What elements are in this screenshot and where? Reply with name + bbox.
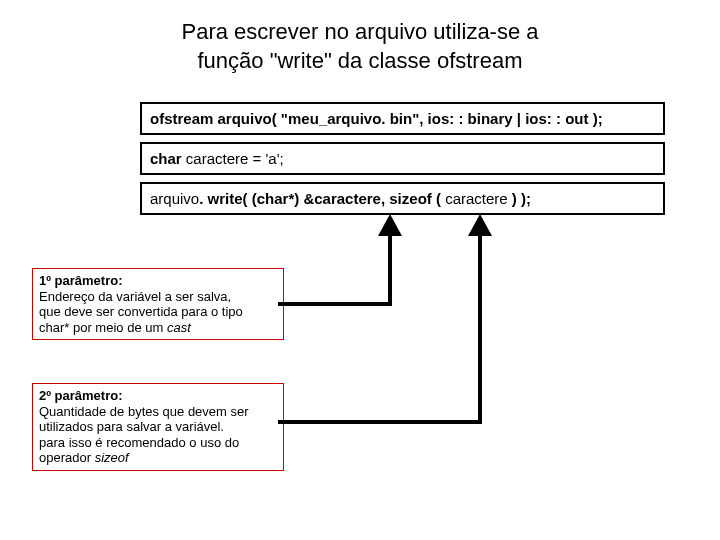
code-row-2: char caractere = 'a'; (140, 142, 665, 175)
note2-heading: 2º parâmetro: (39, 388, 277, 404)
note2-l1: Quantidade de bytes que devem ser (39, 404, 277, 420)
title-line2: função "write" da classe ofstream (198, 48, 523, 73)
note2-l4: operador sizeof (39, 450, 277, 466)
note2-l2: utilizados para salvar a variável. (39, 419, 277, 435)
note1-l1: Endereço da variável a ser salva, (39, 289, 277, 305)
note1-l2: que deve ser convertida para o tipo (39, 304, 277, 320)
code-line3-end: ) ); (508, 190, 531, 207)
code-line2-kw: char (150, 150, 186, 167)
note1-l3: char* por meio de um cast (39, 320, 277, 336)
code-line2-rest: caractere = 'a'; (186, 150, 284, 167)
note-box-2: 2º parâmetro: Quantidade de bytes que de… (32, 383, 284, 471)
note-box-1: 1º parâmetro: Endereço da variável a ser… (32, 268, 284, 340)
note1-heading: 1º parâmetro: (39, 273, 277, 289)
code-line3-arg: caractere (445, 190, 508, 207)
title-line1: Para escrever no arquivo utiliza-se a (181, 19, 538, 44)
code-row-3: arquivo. write( (char*) &caractere, size… (140, 182, 665, 215)
code-line3-call: . write( (char*) &caractere, sizeof ( (199, 190, 445, 207)
code-line1: ofstream arquivo( "meu_arquivo. bin", io… (150, 110, 603, 127)
note2-l3: para isso é recomendado o uso do (39, 435, 277, 451)
slide-title: Para escrever no arquivo utiliza-se a fu… (0, 0, 720, 75)
code-line3-obj: arquivo (150, 190, 199, 207)
code-row-1: ofstream arquivo( "meu_arquivo. bin", io… (140, 102, 665, 135)
